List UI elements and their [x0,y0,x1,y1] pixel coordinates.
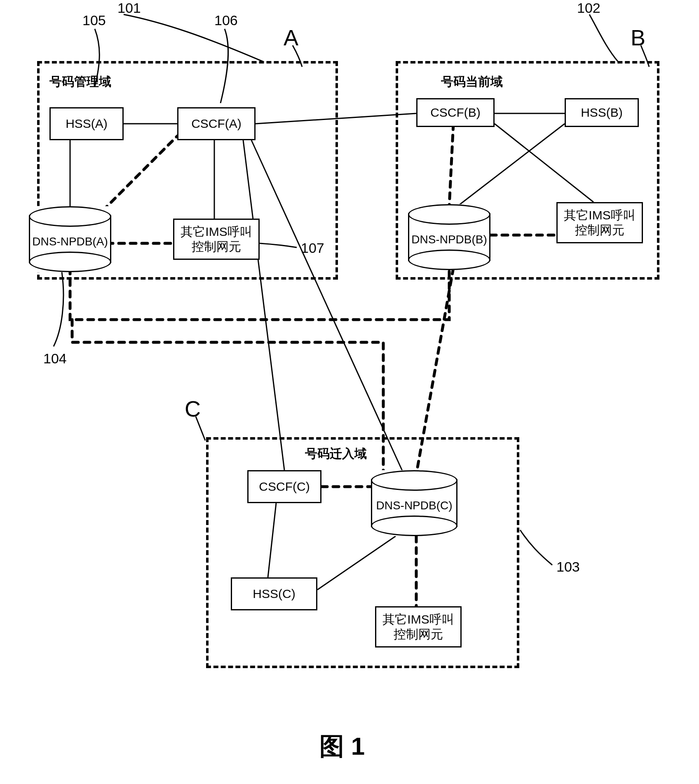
ref-106: 106 [214,12,238,28]
domain-C-letter: C [185,396,201,421]
figure-caption: 图 1 [319,730,365,763]
node-npdbA: DNS-NPDB(A) [29,206,111,272]
figure-canvas: 号码管理域 号码当前域 号码迁入域 [0,0,699,784]
edge-cscfC-hssC [268,503,276,577]
node-hssC: HSS(C) [231,577,317,610]
edge-cscfA-cscfC [243,140,284,470]
node-npdbA-label: DNS-NPDB(A) [29,235,111,248]
node-hssB: HSS(B) [565,98,639,127]
callout-101 [124,14,264,62]
callout-105 [95,29,99,87]
node-cscfC-label: CSCF(C) [259,479,310,494]
node-npdbC: DNS-NPDB(C) [371,470,457,536]
ref-102: 102 [577,0,600,16]
edge-npdbA-npdbC [72,320,383,483]
edge-hssC-npdbC [317,536,396,590]
node-otherC-label: 其它IMS呼叫控制网元 [378,612,459,642]
callout-107 [260,243,297,247]
node-cscfA-label: CSCF(A) [191,116,242,131]
edge-hssB-npdbB-cross [495,124,593,202]
edge-cscfA-npdbC [251,140,404,474]
ref-105: 105 [82,12,106,28]
node-otherB-label: 其它IMS呼叫控制网元 [559,208,640,238]
node-cscfB: CSCF(B) [416,98,495,127]
node-npdbB-label: DNS-NPDB(B) [408,233,490,246]
callout-104 [54,272,63,346]
callout-106 [220,29,228,103]
domain-B-letter: B [631,25,645,50]
edge-cscfB-npdbB [449,124,453,206]
ref-103: 103 [556,559,580,575]
node-hssC-label: HSS(C) [253,586,295,601]
ref-101: 101 [117,0,141,16]
callout-102 [589,14,618,62]
node-otherB: 其它IMS呼叫控制网元 [556,202,643,243]
node-hssA: HSS(A) [49,107,124,140]
node-hssB-label: HSS(B) [581,105,623,120]
edge-cscfA-cscfB [256,113,416,124]
domain-A-letter: A [284,25,298,50]
node-hssA-label: HSS(A) [66,116,108,131]
node-otherA-label: 其它IMS呼叫控制网元 [176,224,257,254]
node-cscfC: CSCF(C) [247,470,321,503]
node-otherA: 其它IMS呼叫控制网元 [173,219,260,260]
node-npdbB: DNS-NPDB(B) [408,204,490,270]
callout-103 [520,530,552,565]
node-npdbC-label: DNS-NPDB(C) [371,499,457,512]
node-cscfB-label: CSCF(B) [430,105,481,120]
node-otherC: 其它IMS呼叫控制网元 [375,606,462,647]
ref-104: 104 [43,351,67,367]
node-cscfA: CSCF(A) [177,107,256,140]
ref-107: 107 [301,240,324,256]
